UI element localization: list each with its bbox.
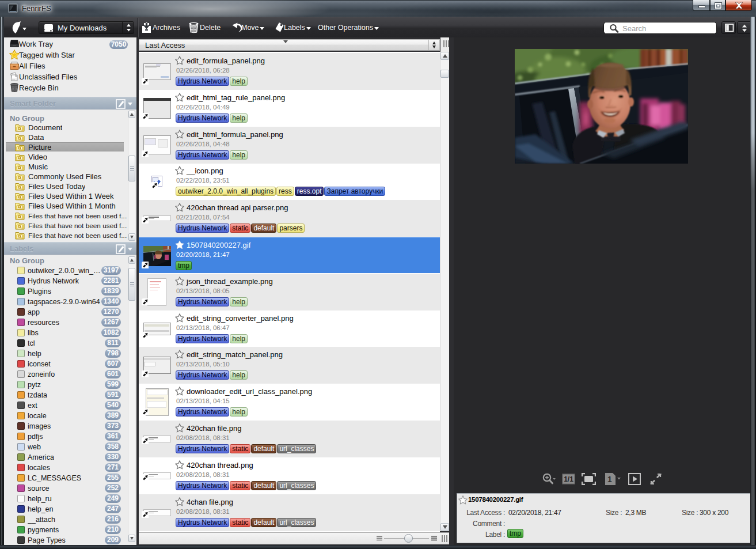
svg-text:1/1: 1/1 [564,475,573,483]
svg-text:1: 1 [607,475,612,484]
